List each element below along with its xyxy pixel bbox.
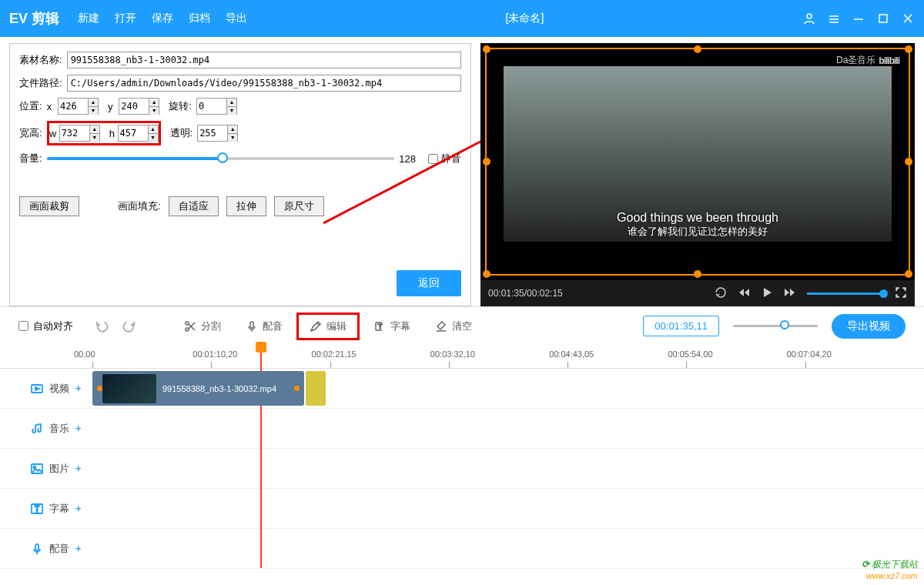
- wup[interactable]: ▲: [90, 125, 99, 134]
- volume-thumb[interactable]: [217, 152, 228, 163]
- mute-checkbox[interactable]: [428, 154, 438, 164]
- pos-x-down[interactable]: ▼: [89, 107, 98, 115]
- player-progress[interactable]: [807, 292, 884, 295]
- handle-tr[interactable]: [905, 45, 912, 53]
- subtitle-track-body[interactable]: [92, 489, 924, 528]
- player-controls: 00:01:35/00:02:15: [480, 280, 915, 306]
- fill-stretch-button[interactable]: 拉伸: [226, 196, 266, 216]
- menu-new[interactable]: 新建: [78, 12, 99, 25]
- subtitle-en: Good things we been through: [617, 211, 778, 225]
- forward-icon[interactable]: [784, 286, 796, 301]
- add-image-track[interactable]: +: [75, 463, 82, 474]
- fill-original-button[interactable]: 原尺寸: [274, 196, 324, 216]
- fill-auto-button[interactable]: 自适应: [169, 196, 219, 216]
- image-track-body[interactable]: [92, 449, 924, 488]
- handle-br[interactable]: [905, 270, 912, 278]
- video-watermark: Da圣音乐 bilibili: [836, 54, 899, 67]
- subtitle-tool[interactable]: T字幕: [363, 315, 421, 338]
- handle-mr[interactable]: [905, 158, 912, 165]
- dub-tool[interactable]: 配音: [235, 315, 293, 338]
- material-name-label: 素材名称:: [19, 53, 62, 67]
- wdn[interactable]: ▼: [90, 134, 99, 142]
- file-path-input[interactable]: [67, 75, 461, 92]
- pos-y-down[interactable]: ▼: [149, 107, 159, 115]
- rotate-down[interactable]: ▼: [227, 107, 236, 115]
- undo-icon[interactable]: [95, 319, 109, 333]
- clip-name: 991558388_nb3-1-30032.mp4: [162, 384, 276, 393]
- adn[interactable]: ▼: [228, 134, 237, 142]
- music-track-icon: [31, 423, 43, 435]
- export-video-button[interactable]: 导出视频: [832, 314, 906, 339]
- main-menu: 新建 打开 保存 归档 导出: [78, 12, 247, 25]
- close-icon[interactable]: [901, 12, 915, 25]
- pos-x-input[interactable]: [58, 98, 89, 115]
- minimize-icon[interactable]: [852, 12, 865, 25]
- settings-icon[interactable]: [827, 12, 841, 25]
- svg-rect-12: [35, 544, 38, 550]
- video-clip[interactable]: 991558388_nb3-1-30032.mp4: [92, 371, 304, 406]
- return-button[interactable]: 返回: [397, 270, 461, 296]
- video-track-icon: [31, 383, 43, 395]
- menu-export[interactable]: 导出: [226, 12, 247, 25]
- hup[interactable]: ▲: [149, 125, 158, 134]
- menu-archive[interactable]: 归档: [189, 12, 210, 25]
- split-tool[interactable]: 分割: [173, 315, 232, 338]
- rotate-input[interactable]: [196, 98, 227, 115]
- pos-y-input[interactable]: [119, 98, 149, 115]
- fullscreen-icon[interactable]: [895, 286, 907, 301]
- zoom-thumb[interactable]: [780, 320, 789, 329]
- volume-slider[interactable]: [47, 157, 395, 160]
- video-canvas[interactable]: Good things we been through 谁会了解我们见证过怎样的…: [480, 43, 915, 280]
- position-label: 位置:: [19, 99, 42, 113]
- pos-x-up[interactable]: ▲: [89, 99, 98, 107]
- image-track-icon: [31, 463, 43, 475]
- material-name-input[interactable]: [67, 52, 461, 69]
- alpha-input[interactable]: [197, 125, 228, 142]
- add-video-track[interactable]: +: [75, 383, 82, 394]
- pos-y-up[interactable]: ▲: [149, 99, 159, 107]
- play-icon[interactable]: [761, 286, 773, 301]
- rotate-up[interactable]: ▲: [227, 99, 236, 107]
- handle-tl[interactable]: [483, 45, 490, 53]
- subtitle-overlay: Good things we been through 谁会了解我们见证过怎样的…: [617, 211, 778, 242]
- hdn[interactable]: ▼: [149, 134, 158, 142]
- edit-tool[interactable]: 编辑: [296, 313, 360, 340]
- title-bar: EV 剪辑 新建 打开 保存 归档 导出 [未命名]: [0, 0, 924, 37]
- zoom-slider[interactable]: [733, 325, 818, 327]
- add-music-track[interactable]: +: [75, 423, 82, 434]
- video-track-body[interactable]: 991558388_nb3-1-30032.mp4: [92, 369, 924, 408]
- svg-point-0: [807, 14, 812, 18]
- timeline-ruler[interactable]: 00,00 00:01:10,20 00:02:21,15 00:03:32,1…: [92, 349, 924, 368]
- add-voice-track[interactable]: +: [75, 543, 82, 554]
- video-clip-2[interactable]: [306, 371, 326, 406]
- add-subtitle-track[interactable]: +: [75, 503, 82, 514]
- volume-value: 128: [399, 153, 416, 165]
- voice-track-body[interactable]: [92, 529, 924, 568]
- user-icon[interactable]: [802, 12, 816, 25]
- size-w-input[interactable]: [59, 125, 90, 142]
- crop-button[interactable]: 画面裁剪: [19, 196, 79, 216]
- rotate-label: 旋转:: [169, 99, 192, 113]
- handle-ml[interactable]: [483, 158, 490, 165]
- auto-align-checkbox[interactable]: [18, 321, 28, 331]
- clear-tool[interactable]: 清空: [424, 315, 483, 338]
- music-track-body[interactable]: [92, 409, 924, 448]
- document-title: [未命名]: [247, 12, 802, 25]
- handle-bl[interactable]: [483, 270, 490, 278]
- rewind-icon[interactable]: [738, 286, 750, 301]
- loop-icon[interactable]: [715, 286, 727, 301]
- image-track-head: 图片+: [0, 462, 92, 476]
- voice-track-icon: [31, 543, 43, 555]
- size-h-input[interactable]: [118, 125, 149, 142]
- handle-tc[interactable]: [694, 45, 701, 53]
- auto-align-label: 自动对齐: [33, 319, 73, 333]
- menu-save[interactable]: 保存: [152, 12, 173, 25]
- player-time: 00:01:35/00:02:15: [488, 288, 563, 299]
- menu-open[interactable]: 打开: [115, 12, 136, 25]
- maximize-icon[interactable]: [876, 12, 890, 25]
- aup[interactable]: ▲: [228, 125, 237, 134]
- redo-icon[interactable]: [122, 319, 136, 333]
- handle-bc[interactable]: [694, 270, 701, 278]
- properties-panel: 素材名称: 文件路径: 位置: x ▲▼ y ▲▼ 旋转: ▲▼ 宽高: w ▲…: [9, 43, 471, 306]
- video-track-head: 视频+: [0, 382, 92, 396]
